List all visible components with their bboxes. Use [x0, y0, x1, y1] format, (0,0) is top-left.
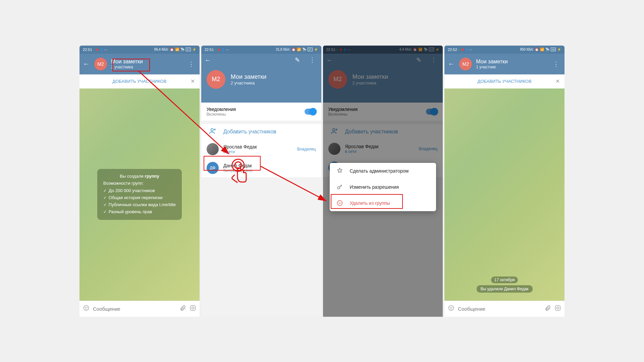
status-bar: 22:51 ▪◉◗··· 99,4 КБ/с ⏰ 📶 📡 17 ⚡ [79, 46, 200, 54]
phone-screen-4: 22:52 ▪◉◗··· 850 КБ/с ⏰📶📡 18⚡ ← M2 Мои з… [444, 46, 565, 317]
back-button[interactable]: ← [447, 60, 455, 68]
battery-icon: 17 [308, 48, 313, 51]
signal-icon: 📶 [297, 48, 301, 51]
status-net: 850 КБ/с [520, 48, 533, 51]
add-members-row[interactable]: Добавить участников [201, 124, 321, 140]
group-avatar[interactable]: M2 [94, 58, 107, 70]
group-avatar[interactable]: M2 [207, 70, 225, 89]
svg-point-1 [85, 307, 86, 307]
ctx-remove-from-group[interactable]: Удалить из группы [330, 195, 436, 211]
battery-icon: 18 [551, 48, 556, 51]
tutorial-canvas: 22:51 ▪◉◗··· 99,4 КБ/с ⏰ 📶 📡 17 ⚡ ← M2 М… [78, 44, 566, 318]
attach-icon[interactable] [544, 305, 551, 313]
more-menu-icon[interactable]: ⋮ [550, 60, 562, 68]
close-icon[interactable]: ✕ [191, 78, 195, 84]
charging-icon: ⚡ [557, 48, 561, 51]
message-input-bar [444, 301, 565, 317]
status-time: 22:51 [205, 48, 214, 52]
chat-background: 17 октября Вы удалили Данил Федак [444, 88, 565, 301]
alarm-icon: ⏰ [291, 48, 296, 51]
feature-item: Общая история переписки [103, 194, 176, 201]
feature-item: Публичные ссылки вида t.me/title [103, 201, 176, 208]
admin-icon [336, 168, 343, 174]
close-icon[interactable]: ✕ [555, 78, 560, 84]
title-block[interactable]: Мои заметки 2 участника [111, 59, 143, 69]
status-net: 31,8 КБ/с [276, 48, 290, 51]
add-person-icon [207, 127, 219, 136]
notif-title: Уведомления [207, 107, 305, 112]
feature-item: Разный уровень прав [103, 208, 176, 215]
title-block[interactable]: Мои заметки 1 участник [476, 59, 508, 69]
member-status: в сети [223, 149, 292, 154]
wifi-icon: 📡 [545, 48, 549, 51]
status-net: 99,4 КБ/с [154, 48, 168, 51]
member-name: Данил Федак [223, 163, 316, 168]
wifi-icon: 📡 [180, 48, 184, 51]
notifications-row[interactable]: Уведомления Включены [201, 103, 321, 124]
svg-point-18 [557, 307, 559, 309]
group-title: Мои заметки [111, 59, 143, 65]
alarm-icon: ⏰ [170, 48, 174, 51]
status-bar: 22:52 ▪◉◗··· 850 КБ/с ⏰📶📡 18⚡ [444, 46, 565, 54]
message-input-bar [79, 301, 200, 317]
feature-item: До 200 000 участников [103, 187, 176, 194]
member-count: 1 участник [476, 65, 508, 69]
group-title: Мои заметки [231, 73, 267, 80]
emoji-icon[interactable] [83, 305, 90, 313]
chat-appbar: ← M2 Мои заметки 1 участник ⋮ [444, 54, 565, 74]
more-menu-icon[interactable]: ⋮ [185, 60, 197, 68]
member-row[interactable]: ДФ Данил Федак был(а) недавно [201, 159, 321, 177]
signal-icon: 📶 [175, 48, 179, 51]
add-members-bar[interactable]: ДОБАВИТЬ УЧАСТНИКОВ ✕ [79, 74, 200, 88]
group-created-infobox: Вы создали группу Возможности групп: До … [97, 169, 182, 220]
owner-tag: Владелец [297, 147, 316, 152]
svg-rect-17 [555, 305, 560, 310]
key-icon [336, 184, 343, 190]
svg-point-16 [452, 307, 452, 307]
wifi-icon: 📡 [302, 48, 306, 51]
notif-status: Включены [207, 112, 305, 117]
member-avatar [207, 143, 219, 155]
member-count: 2 участника [231, 80, 267, 85]
status-bar: 22:51 ▪◉◗··· 31,8 КБ/с ⏰📶📡 17⚡ [201, 46, 321, 54]
charging-icon: ⚡ [314, 48, 318, 51]
remove-icon [336, 200, 343, 206]
add-members-bar[interactable]: ДОБАВИТЬ УЧАСТНИКОВ ✕ [444, 74, 565, 88]
member-context-menu: Сделать администратором Изменить разреше… [330, 163, 436, 211]
back-button[interactable]: ← [82, 60, 90, 68]
svg-point-14 [449, 305, 454, 310]
charging-icon: ⚡ [192, 48, 196, 51]
message-input[interactable] [458, 306, 541, 312]
group-avatar[interactable]: M2 [459, 58, 472, 70]
svg-point-2 [87, 307, 87, 307]
svg-rect-3 [190, 305, 195, 310]
member-row-owner[interactable]: Ярослав Федак в сети Владелец [201, 140, 321, 159]
svg-point-4 [192, 307, 194, 309]
add-members-label: ДОБАВИТЬ УЧАСТНИКОВ [478, 79, 532, 84]
emoji-icon[interactable] [448, 305, 454, 313]
phone-screen-1: 22:51 ▪◉◗··· 99,4 КБ/с ⏰ 📶 📡 17 ⚡ ← M2 М… [79, 46, 200, 317]
member-count: 2 участника [111, 65, 143, 69]
back-button[interactable]: ← [204, 56, 212, 64]
ctx-permissions[interactable]: Изменить разрешения [330, 179, 436, 195]
attach-icon[interactable] [179, 305, 186, 313]
profile-header: ← ✎ ⋮ M2 Мои заметки 2 участника [201, 54, 321, 103]
add-members-label: ДОБАВИТЬ УЧАСТНИКОВ [112, 79, 166, 84]
more-menu-icon[interactable]: ⋮ [306, 56, 319, 64]
status-time: 22:52 [448, 48, 457, 52]
svg-point-11 [337, 187, 340, 189]
ctx-make-admin[interactable]: Сделать администратором [330, 163, 436, 179]
camera-icon[interactable] [554, 305, 561, 313]
phone-screen-2: 22:51 ▪◉◗··· 31,8 КБ/с ⏰📶📡 17⚡ ← ✎ ⋮ M2 … [201, 46, 321, 317]
edit-icon[interactable]: ✎ [291, 56, 303, 64]
svg-point-5 [211, 128, 213, 131]
camera-icon[interactable] [190, 305, 196, 313]
member-avatar: ДФ [207, 162, 219, 174]
chat-background: Вы создали группу Возможности групп: До … [79, 88, 200, 301]
date-pill: 17 октября [491, 277, 518, 283]
group-title: Мои заметки [476, 59, 508, 65]
notif-toggle[interactable] [305, 109, 316, 115]
member-name: Ярослав Федак [223, 144, 292, 149]
battery-icon: 17 [186, 48, 191, 51]
message-input[interactable] [93, 306, 176, 312]
